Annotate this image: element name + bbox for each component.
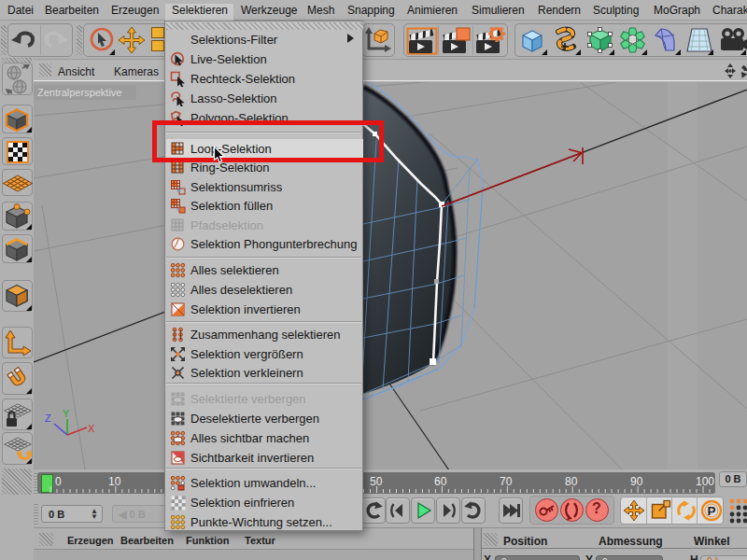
svg-text:X: X	[88, 423, 95, 434]
svg-text:Y: Y	[63, 408, 70, 419]
svg-text:P: P	[707, 504, 715, 518]
svg-text:Z: Z	[45, 413, 51, 424]
